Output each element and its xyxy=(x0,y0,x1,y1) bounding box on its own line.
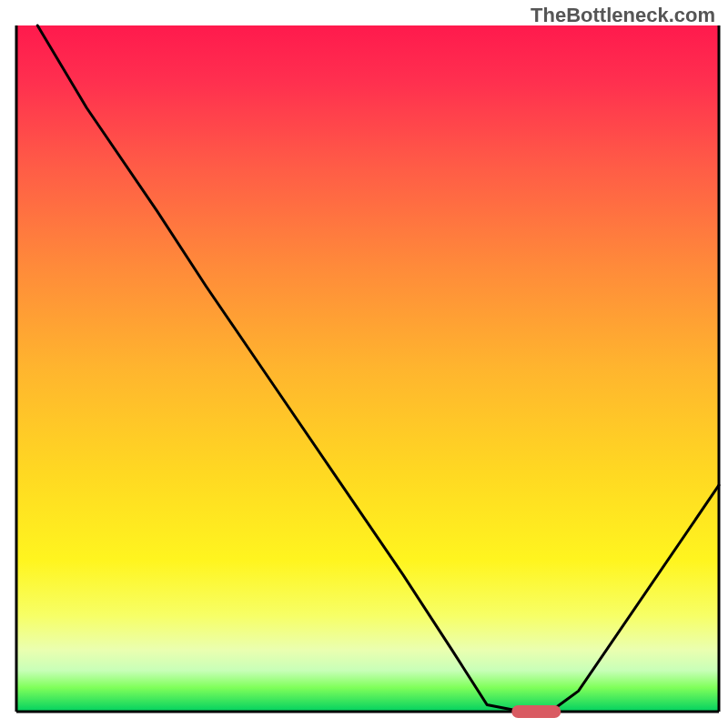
chart-container: TheBottleneck.com xyxy=(0,0,728,728)
watermark-text: TheBottleneck.com xyxy=(531,4,715,27)
optimal-marker xyxy=(511,705,561,718)
bottleneck-chart xyxy=(0,0,728,728)
svg-rect-1 xyxy=(16,25,719,712)
